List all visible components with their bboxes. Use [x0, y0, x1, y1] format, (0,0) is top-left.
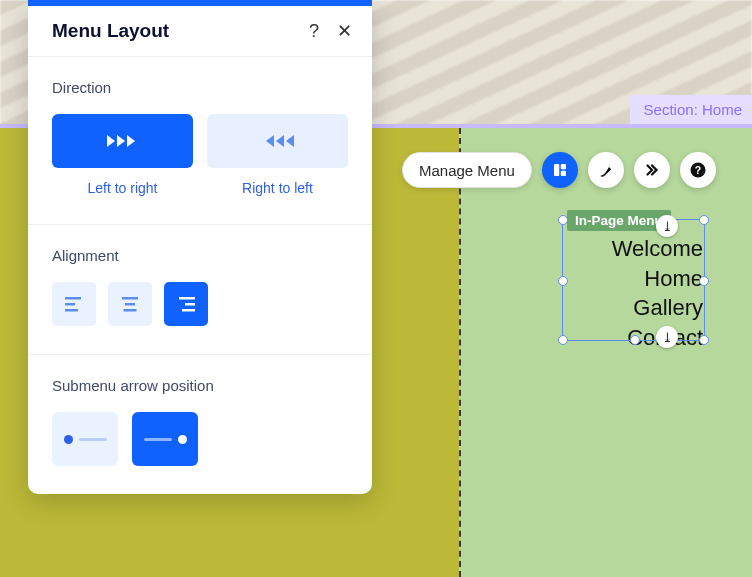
- submenu-section: Submenu arrow position: [28, 354, 372, 494]
- svg-rect-10: [124, 309, 137, 312]
- align-left-button[interactable]: [52, 282, 96, 326]
- animation-icon[interactable]: [634, 152, 670, 188]
- panel-header: Menu Layout ? ✕: [28, 6, 372, 56]
- svg-rect-12: [185, 303, 195, 306]
- submenu-arrow-before-button[interactable]: [52, 412, 118, 466]
- alignment-section: Alignment: [28, 224, 372, 354]
- svg-rect-6: [65, 303, 75, 306]
- direction-ltr-button[interactable]: [52, 114, 193, 168]
- panel-title: Menu Layout: [52, 20, 169, 42]
- selection-box[interactable]: [562, 219, 705, 341]
- stretch-bottom-icon[interactable]: ⤓: [656, 326, 678, 348]
- svg-rect-13: [182, 309, 195, 312]
- align-center-button[interactable]: [108, 282, 152, 326]
- svg-rect-0: [554, 164, 559, 176]
- resize-handle[interactable]: [699, 215, 709, 225]
- panel-help-icon[interactable]: ?: [309, 21, 319, 42]
- svg-rect-9: [125, 303, 135, 306]
- direction-section: Direction Left to right Right to left: [28, 56, 372, 224]
- resize-handle[interactable]: [630, 335, 640, 345]
- svg-text:?: ?: [695, 164, 701, 176]
- manage-menu-button[interactable]: Manage Menu: [402, 152, 532, 188]
- direction-label: Direction: [52, 79, 348, 96]
- align-right-button[interactable]: [164, 282, 208, 326]
- resize-handle[interactable]: [699, 335, 709, 345]
- submenu-label: Submenu arrow position: [52, 377, 348, 394]
- resize-handle[interactable]: [699, 276, 709, 286]
- menu-layout-panel: Menu Layout ? ✕ Direction Left to right …: [28, 0, 372, 494]
- layout-icon[interactable]: [542, 152, 578, 188]
- direction-ltr-label: Left to right: [52, 180, 193, 196]
- direction-rtl-button[interactable]: [207, 114, 348, 168]
- svg-rect-8: [122, 297, 138, 300]
- resize-handle[interactable]: [558, 276, 568, 286]
- submenu-arrow-after-button[interactable]: [132, 412, 198, 466]
- alignment-label: Alignment: [52, 247, 348, 264]
- svg-rect-2: [561, 171, 566, 176]
- svg-rect-5: [65, 297, 81, 300]
- close-icon[interactable]: ✕: [337, 20, 352, 42]
- column-divider: [459, 128, 461, 577]
- help-icon[interactable]: ?: [680, 152, 716, 188]
- element-toolbar: Manage Menu ?: [402, 152, 716, 188]
- svg-rect-1: [561, 164, 566, 169]
- stretch-top-icon[interactable]: ⤓: [656, 215, 678, 237]
- direction-rtl-label: Right to left: [207, 180, 348, 196]
- svg-rect-11: [179, 297, 195, 300]
- design-icon[interactable]: [588, 152, 624, 188]
- section-label[interactable]: Section: Home: [630, 95, 752, 124]
- svg-rect-7: [65, 309, 78, 312]
- resize-handle[interactable]: [558, 335, 568, 345]
